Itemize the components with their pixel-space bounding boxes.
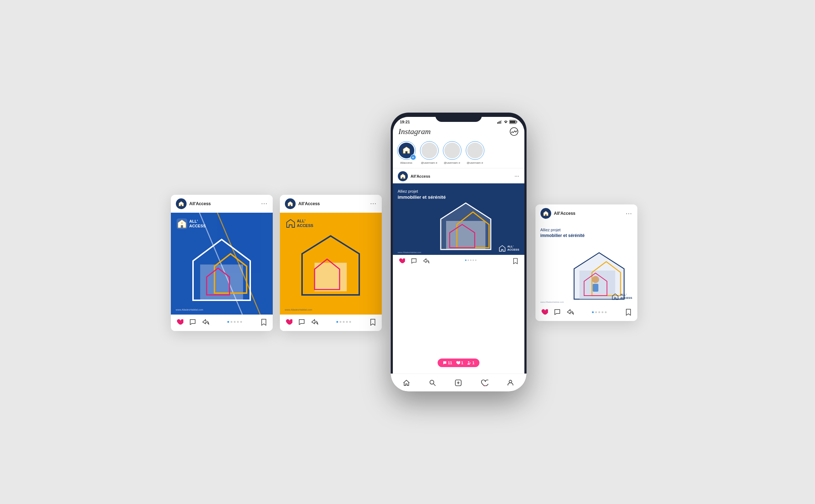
card-header-left-right: All'Access	[540, 208, 576, 219]
nav-profile-icon[interactable]	[506, 379, 515, 387]
phone-brand-name: ALL'ACCESS	[507, 245, 519, 252]
phone-post-header-left: All'Access	[398, 171, 430, 181]
dots-indicator-right	[574, 311, 624, 313]
phone-bookmark-icon[interactable]	[512, 257, 519, 265]
phone-post-dots[interactable]: ···	[514, 173, 519, 179]
phone-heart-icon[interactable]	[398, 257, 406, 265]
comment-icon-yellow[interactable]	[298, 318, 306, 326]
menu-dots-yellow[interactable]: ···	[370, 200, 376, 207]
signal-icon	[497, 120, 502, 124]
dots-indicator-blue	[209, 321, 260, 323]
phone-dot	[470, 260, 471, 261]
notif-likes: 1	[456, 361, 463, 365]
phone-post-footer	[393, 255, 524, 268]
card-footer-right	[535, 305, 637, 321]
heart-icon-blue[interactable]	[176, 318, 184, 326]
card-image-yellow: ALL'ACCESS www.AlladesHabitat.com	[280, 213, 382, 315]
phone-notch	[435, 113, 482, 122]
bookmark-icon-blue[interactable]	[260, 318, 268, 326]
ig-header: Instagram	[393, 125, 524, 139]
svg-rect-17	[510, 121, 515, 123]
phone-post-logo: ALL'ACCESS	[499, 245, 519, 252]
notif-comments: 11	[443, 361, 452, 365]
dot	[598, 311, 600, 313]
dot	[227, 321, 229, 323]
phone-dot	[468, 260, 469, 261]
phone-dot	[475, 260, 476, 261]
nav-add-icon[interactable]	[454, 379, 463, 387]
add-story-btn[interactable]: +	[410, 154, 416, 160]
story-1[interactable]: @usernam e	[420, 141, 439, 164]
card-image-blue: ALL'ACCESS www.AlladesHabitat.com	[171, 213, 273, 315]
status-icons	[497, 120, 517, 124]
dot	[240, 321, 242, 323]
website-yellow: www.AlladesHabitat.com	[285, 308, 312, 311]
svg-rect-37	[593, 284, 598, 292]
right-brand-name: ALL'ACCESS	[620, 293, 632, 300]
story-2[interactable]: @usernam e	[443, 141, 461, 164]
svg-point-36	[592, 276, 599, 283]
story-own[interactable]: + Allaccess	[397, 141, 416, 164]
card-actions-left-yellow	[285, 318, 318, 326]
story-label-2: @usernam e	[444, 161, 460, 164]
right-post-logo: ALL'ACCESS	[612, 293, 632, 300]
story-ring-3	[466, 141, 484, 160]
right-post-headline: Alliez projet immobilier et sérénité	[540, 227, 632, 239]
phone-post-header: All'Access ···	[393, 168, 524, 183]
dot	[349, 321, 351, 323]
phone-comment-icon[interactable]	[410, 257, 418, 265]
share-icon-right[interactable]	[566, 308, 574, 316]
menu-dots-blue[interactable]: ···	[261, 200, 267, 207]
phone-screen: 19:21	[393, 117, 524, 389]
comment-icon-blue[interactable]	[189, 318, 197, 326]
battery-icon	[509, 120, 517, 124]
dot	[237, 321, 239, 323]
svg-point-30	[484, 385, 485, 386]
dot	[336, 321, 338, 323]
card-actions-yellow	[285, 318, 377, 326]
nav-home-icon[interactable]	[402, 379, 411, 387]
dot	[340, 321, 341, 323]
phone-share-icon[interactable]	[422, 257, 430, 265]
nav-heart-icon[interactable]	[480, 379, 489, 387]
card-header-right: All'Access ···	[535, 204, 637, 222]
comment-icon-right[interactable]	[553, 308, 561, 316]
phone-post-avatar	[398, 171, 408, 181]
card-header-blue: All'Access ···	[171, 195, 273, 213]
phone-nav	[393, 374, 524, 389]
story-inner-2	[444, 143, 460, 158]
notif-followers: 1	[467, 361, 474, 365]
logo-blue: ALL'ACCESS	[177, 218, 206, 229]
avatar-right	[540, 208, 551, 219]
nav-search-icon[interactable]	[428, 379, 437, 387]
svg-rect-15	[501, 120, 502, 124]
phone-post-image: Alliez projet immobilier et sérénité	[393, 183, 524, 255]
heart-icon-right[interactable]	[540, 308, 548, 316]
story-3[interactable]: @usernam e	[466, 141, 484, 164]
wifi-icon	[504, 120, 508, 124]
card-header-left-yellow: All'Access	[285, 198, 320, 209]
brand-name-blue: ALL'ACCESS	[189, 219, 206, 228]
story-label-own: Allaccess	[400, 161, 413, 164]
story-ring-2	[443, 141, 461, 160]
share-icon-blue[interactable]	[202, 318, 209, 326]
phone-actions	[398, 257, 519, 265]
dot	[602, 311, 603, 313]
messenger-icon[interactable]	[509, 127, 519, 136]
heart-icon-yellow[interactable]	[285, 318, 293, 326]
story-inner-3	[467, 143, 483, 158]
story-label-1: @usernam e	[421, 161, 438, 164]
svg-point-8	[290, 222, 291, 223]
dot	[231, 321, 232, 323]
svg-point-24	[468, 361, 469, 363]
logo-yellow: ALL'ACCESS	[286, 218, 313, 228]
menu-dots-right[interactable]: ···	[626, 210, 632, 217]
share-icon-yellow[interactable]	[311, 318, 318, 326]
card-actions-left-right	[540, 308, 574, 316]
card-footer-blue	[171, 315, 273, 331]
status-time: 19:21	[400, 120, 410, 124]
bookmark-icon-right[interactable]	[624, 308, 632, 316]
dot	[346, 321, 348, 323]
phone-post-username: All'Access	[411, 174, 430, 178]
bookmark-icon-yellow[interactable]	[369, 318, 377, 326]
